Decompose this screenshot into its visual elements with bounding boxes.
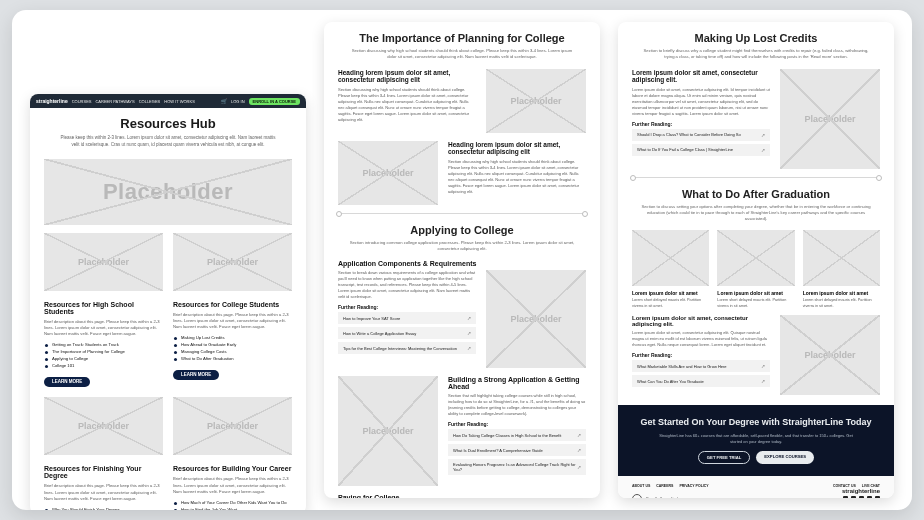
divider (632, 177, 880, 178)
grad-card: Lorem ipsum dolor sit amet Lorem short d… (803, 230, 880, 309)
footer-link-careers[interactable]: CAREERS (656, 484, 673, 488)
nav-how-it-works[interactable]: HOW IT WORKS (164, 99, 195, 104)
grad-card-title: Lorem ipsum dolor sit amet (717, 290, 794, 296)
nav-enroll-button[interactable]: ENROLL IN A COURSE (249, 98, 300, 105)
social-icon[interactable] (867, 496, 872, 498)
reading-link[interactable]: What Marketable Skills Are and How to Gr… (632, 360, 770, 372)
card-desc: Brief description about this page. Pleas… (173, 476, 292, 495)
footer-accreditation: Proudly Accredited (646, 497, 678, 498)
card-college-students: Resources for College Students Brief des… (173, 301, 292, 388)
nav-colleges[interactable]: COLLEGES (139, 99, 161, 104)
subsection-body: Section to break down various requiremen… (338, 270, 476, 300)
footer: ABOUT US CAREERS PRIVACY POLICY Proudly … (618, 476, 894, 498)
external-link-icon: ↗ (761, 132, 765, 138)
brand-logo[interactable]: straighterline (36, 98, 68, 104)
cart-icon[interactable]: 🛒 (221, 98, 227, 104)
footer-link-about[interactable]: ABOUT US (632, 484, 650, 488)
card-link[interactable]: Applying to College (44, 355, 163, 362)
reading-link[interactable]: Tips for the Best College Interviews: Ma… (338, 342, 476, 354)
subsection-title: Paying for College (338, 494, 586, 498)
external-link-icon: ↗ (467, 345, 471, 351)
row-body: Lorem ipsum dolor sit amet, consectetur … (632, 87, 770, 117)
nav-career-pathways[interactable]: CAREER PATHWAYS (95, 99, 134, 104)
external-link-icon: ↗ (467, 315, 471, 321)
card-link[interactable]: How Much of Your Career Do Other Kids Wa… (173, 499, 292, 506)
row-heading: Heading lorem ipsum dolor sit amet, cons… (448, 141, 586, 155)
grad-card-body: Lorem short delayed mauris elit. Partiti… (803, 298, 880, 309)
card-link[interactable]: The Importance of Planning for College (44, 348, 163, 355)
external-link-icon: ↗ (761, 363, 765, 369)
social-icon[interactable] (859, 496, 864, 498)
reading-link[interactable]: Evaluating Honors Programs: Is an Advanc… (448, 459, 586, 475)
learn-more-button[interactable]: LEARN MORE (44, 377, 90, 387)
card-link[interactable]: Managing College Costs (173, 348, 292, 355)
image-placeholder (632, 230, 709, 286)
card-desc: Brief description about this page. Pleas… (44, 319, 163, 338)
card-link[interactable]: Getting on Track: Students on Track (44, 341, 163, 348)
free-trial-button[interactable]: GET FREE TRIAL (698, 451, 750, 464)
section-subtitle: Section discussing why high school stude… (347, 48, 577, 61)
image-placeholder (803, 230, 880, 286)
subsection-title: Building a Strong Application & Getting … (448, 376, 586, 390)
row-heading: Heading lorem ipsum dolor sit amet, cons… (338, 69, 476, 83)
row-body: Section discussing why high school stude… (338, 87, 476, 123)
reading-link[interactable]: How Do Taking College Classes in High Sc… (448, 429, 586, 441)
card-link[interactable]: How to Find the Job You Want (173, 506, 292, 510)
grad-card-body: Lorem short delayed mauris elit. Partiti… (717, 298, 794, 309)
learn-more-button[interactable]: LEARN MORE (173, 370, 219, 380)
reading-link[interactable]: How to Improve Your SAT Score↗ (338, 312, 476, 324)
grad-card-body: Lorem short delayed mauris elit. Partiti… (632, 298, 709, 309)
footer-link-privacy[interactable]: PRIVACY POLICY (679, 484, 708, 488)
image-placeholder: Placeholder (338, 376, 438, 486)
card-building-career: Resources for Building Your Career Brief… (173, 465, 292, 510)
further-reading-label: Further Reading: (338, 304, 476, 310)
explore-courses-button[interactable]: EXPLORE COURSES (756, 451, 814, 464)
reading-link[interactable]: Should I Drop a Class? What to Consider … (632, 129, 770, 141)
image-placeholder: Placeholder (486, 270, 586, 368)
card-desc: Brief description about this page. Pleas… (173, 312, 292, 331)
card-link[interactable]: How Ahead to Graduate Early (173, 341, 292, 348)
reading-link[interactable]: What Is Dual Enrollment? A Comprehensive… (448, 444, 586, 456)
card-link[interactable]: What to Do After Graduation (173, 355, 292, 362)
reading-link[interactable]: What Can You Do After You Graduate↗ (632, 375, 770, 387)
footer-brand: straighterline (833, 488, 880, 494)
row-body: Lorem ipsum dolor sit amet, consectetur … (632, 330, 770, 348)
card-link[interactable]: Making Up Lost Credits (173, 334, 292, 341)
section-title: Making Up Lost Credits (632, 32, 880, 44)
grad-card-title: Lorem ipsum dolor sit amet (803, 290, 880, 296)
page-subtitle: Please keep this within 2-3 lines. Lorem… (58, 135, 278, 149)
further-reading-label: Further Reading: (632, 121, 770, 127)
nav-login[interactable]: LOG IN (231, 99, 245, 104)
section-title: The Importance of Planning for College (338, 32, 586, 44)
further-reading-label: Further Reading: (632, 352, 770, 358)
card-link[interactable]: Why You Should Finish Your Degree (44, 506, 163, 510)
card-link[interactable]: College 101 (44, 362, 163, 369)
section-subtitle: Section introducing common college appli… (347, 240, 577, 253)
grad-card: Lorem ipsum dolor sit amet Lorem short d… (717, 230, 794, 309)
external-link-icon: ↗ (761, 147, 765, 153)
image-placeholder: Placeholder (173, 397, 292, 455)
external-link-icon: ↗ (467, 330, 471, 336)
subsection-title: Application Components & Requirements (338, 260, 586, 267)
row-body: Section discussing why high school stude… (448, 159, 586, 195)
reading-link[interactable]: How to Write a College Application Essay… (338, 327, 476, 339)
card-title: Resources for High School Students (44, 301, 163, 315)
hero-placeholder: Placeholder (44, 159, 292, 225)
social-icon[interactable] (875, 496, 880, 498)
grad-card-title: Lorem ipsum dolor sit amet (632, 290, 709, 296)
external-link-icon: ↗ (761, 378, 765, 384)
external-link-icon: ↗ (577, 464, 581, 470)
image-placeholder: Placeholder (173, 233, 292, 291)
card-desc: Brief description about this page. Pleas… (44, 483, 163, 502)
image-placeholder: Placeholder (780, 315, 880, 395)
wireframe-panel-planning: The Importance of Planning for College S… (324, 22, 600, 498)
external-link-icon: ↗ (577, 432, 581, 438)
nav-courses[interactable]: COURSES (72, 99, 92, 104)
wireframe-stage: straighterline COURSES CAREER PATHWAYS C… (12, 10, 912, 510)
reading-link[interactable]: What to Do If You Fail a College Class |… (632, 144, 770, 156)
cta-heading: Get Started On Your Degree with Straight… (628, 417, 884, 428)
row-heading: Lorem ipsum dolor sit amet, consectetur … (632, 315, 770, 327)
social-icon[interactable] (843, 496, 848, 498)
image-placeholder: Placeholder (44, 233, 163, 291)
social-icon[interactable] (851, 496, 856, 498)
